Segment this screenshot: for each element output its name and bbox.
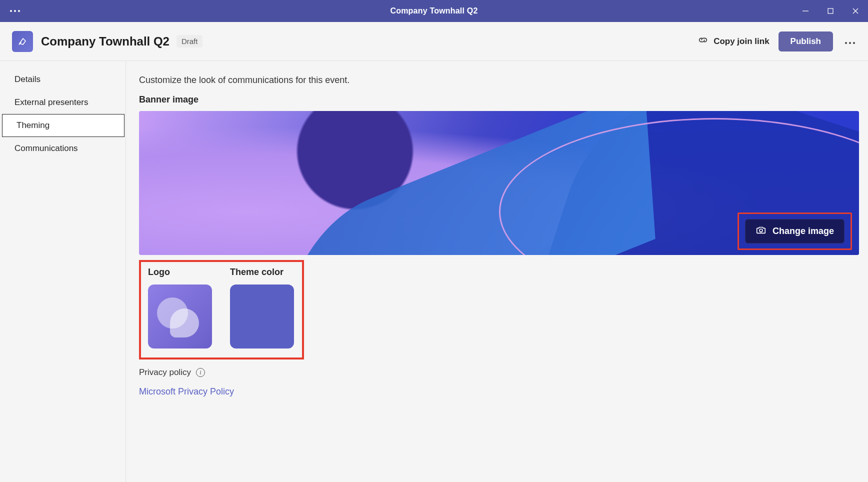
privacy-policy-link[interactable]: Microsoft Privacy Policy (139, 386, 859, 397)
sidebar-item-details[interactable]: Details (0, 68, 126, 91)
annotation-highlight-tiles: Logo Theme color (139, 260, 304, 360)
logo-section-label: Logo (148, 267, 212, 278)
logo-placeholder-icon (170, 308, 199, 338)
status-badge: Draft (176, 35, 203, 48)
publish-button[interactable]: Publish (778, 32, 833, 52)
sidebar-item-communications[interactable]: Communications (0, 137, 126, 160)
titlebar: Company Townhall Q2 (0, 0, 868, 22)
banner-section-label: Banner image (139, 94, 859, 105)
titlebar-more-icon[interactable] (10, 10, 20, 12)
page-header: Company Townhall Q2 Draft Copy join link… (0, 22, 868, 61)
privacy-policy-label: Privacy policy (139, 368, 191, 378)
sidebar: Details External presenters Theming Comm… (0, 61, 126, 482)
theme-color-section-label: Theme color (230, 267, 294, 278)
window-title: Company Townhall Q2 (390, 6, 478, 16)
sidebar-item-external-presenters[interactable]: External presenters (0, 91, 126, 114)
header-more-button[interactable] (842, 34, 858, 49)
svg-rect-1 (828, 8, 833, 14)
change-image-label: Change image (772, 226, 834, 236)
theme-color-tile[interactable] (230, 284, 294, 348)
content-area: Customize the look of communications for… (126, 61, 868, 482)
sidebar-item-theming[interactable]: Theming (2, 114, 124, 137)
banner-image: Change image (139, 111, 859, 255)
info-icon[interactable]: i (196, 368, 205, 377)
camera-icon (756, 224, 766, 238)
copy-join-link-button[interactable]: Copy join link (698, 34, 769, 48)
annotation-highlight-change-image: Change image (738, 212, 852, 250)
event-title: Company Townhall Q2 (41, 34, 170, 48)
logo-tile[interactable] (148, 284, 212, 348)
window-close-button[interactable] (843, 0, 868, 22)
window-minimize-button[interactable] (793, 0, 818, 22)
change-image-button[interactable]: Change image (745, 219, 844, 244)
window-maximize-button[interactable] (818, 0, 843, 22)
svg-point-5 (760, 229, 762, 232)
event-app-icon (12, 31, 33, 52)
intro-text: Customize the look of communications for… (139, 75, 859, 86)
copy-join-link-label: Copy join link (714, 36, 769, 46)
link-icon (698, 34, 708, 48)
